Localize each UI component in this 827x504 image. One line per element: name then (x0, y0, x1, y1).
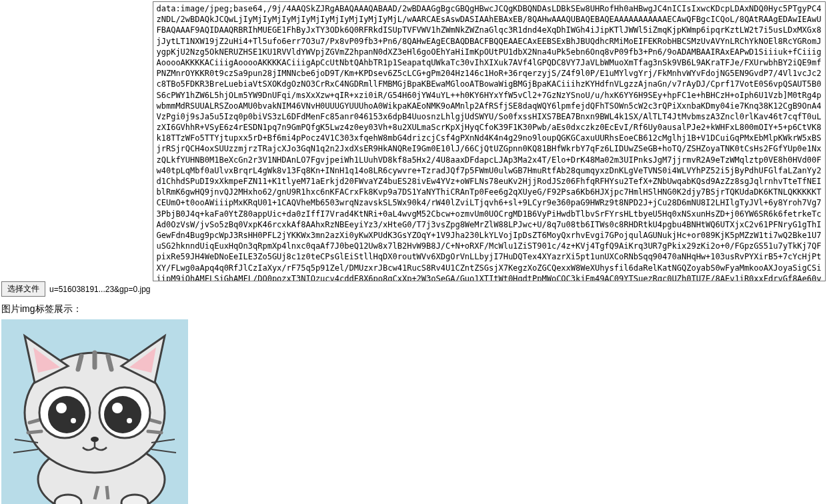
image-preview (1, 319, 188, 504)
svg-point-3 (121, 495, 148, 504)
selected-file-name: u=516038191...23&gp=0.jpg (49, 285, 150, 294)
svg-point-10 (112, 403, 123, 413)
svg-point-13 (91, 437, 99, 442)
file-input-wrapper: 选择文件 u=516038191...23&gp=0.jpg (1, 281, 150, 297)
svg-point-8 (104, 396, 141, 433)
svg-point-2 (55, 495, 81, 504)
cat-icon (1, 319, 188, 504)
base64-textarea[interactable]: data:image/jpeg;base64,/9j/4AAQSkZJRgABA… (153, 1, 826, 281)
svg-point-12 (127, 418, 132, 423)
svg-point-7 (48, 396, 85, 433)
choose-file-button[interactable]: 选择文件 (1, 281, 45, 297)
svg-point-9 (56, 403, 67, 413)
image-display-label: 图片img标签展示： (0, 298, 827, 318)
svg-point-11 (71, 418, 76, 423)
